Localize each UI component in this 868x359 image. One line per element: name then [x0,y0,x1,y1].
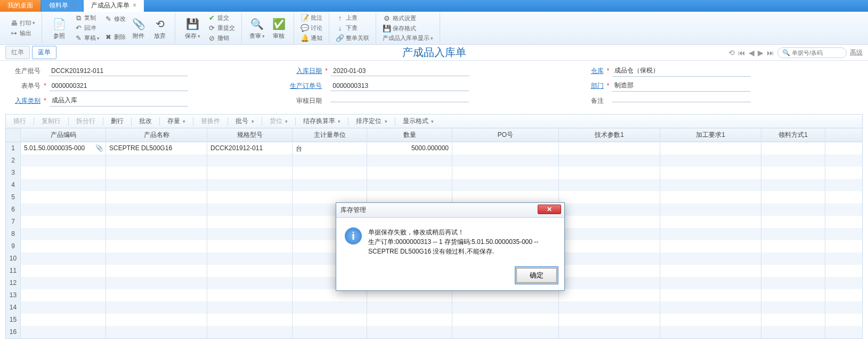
tab-material[interactable]: 领料单× [42,0,83,12]
cell-mat[interactable] [761,179,825,191]
batch-edit-button[interactable]: 批改 [135,115,156,127]
cell-tech[interactable] [559,216,660,228]
bill-relation-button[interactable]: 🔗整单关联 [334,34,371,43]
cell-spec[interactable] [207,167,293,179]
delete-row-button[interactable]: 删行 [107,115,128,127]
refresh-icon[interactable]: ⟲ [728,48,735,57]
copy-button[interactable]: ⧉复制 [72,13,102,23]
prev-icon[interactable]: ◀ [749,48,755,57]
cell-tech[interactable] [559,326,660,338]
next-icon[interactable]: ▶ [758,48,764,57]
cell-code[interactable] [21,289,106,301]
cell-name[interactable] [106,252,207,265]
col-code[interactable]: 产品编码 [21,128,106,142]
display-mode-button[interactable]: 产成品入库单显示▾ [380,34,435,43]
cell-name[interactable] [106,301,207,314]
label-prod-order[interactable]: 生产订单号 [289,81,322,91]
cell-po[interactable] [452,289,559,301]
format-button[interactable]: ⚙格式设置 [380,13,435,23]
edit-button[interactable]: ✎修改 [102,14,128,24]
cell-code[interactable] [21,191,106,203]
blue-bill-button[interactable]: 蓝单 [32,46,56,59]
cell-spec[interactable] [207,252,293,265]
cell-tech[interactable] [559,252,660,265]
cell-qty[interactable]: 5000.000000 [367,142,452,154]
cell-spec[interactable] [207,326,293,338]
cell-mat[interactable] [761,167,825,179]
cell-spec[interactable] [207,301,293,314]
cell-proc[interactable] [660,277,761,289]
advanced-search-link[interactable]: 高级 [850,48,863,57]
cell-code[interactable] [21,277,106,289]
cell-po[interactable] [452,179,559,191]
col-mat[interactable]: 领料方式1 [761,128,825,142]
cell-mat[interactable] [761,326,825,338]
cell-name[interactable] [106,167,207,179]
col-name[interactable]: 产品名称 [106,128,207,142]
cell-proc[interactable] [660,301,761,314]
trace-up-button[interactable]: ↑上查 [334,13,371,23]
cell-qty[interactable] [367,179,452,191]
cell-name[interactable] [106,240,207,252]
cell-name[interactable] [106,289,207,301]
col-spec[interactable]: 规格型号 [207,128,293,142]
table-row[interactable]: 15 [6,314,862,326]
field-dept[interactable]: 制造部 [612,80,751,92]
paperclip-icon[interactable]: 📎 [95,144,103,152]
col-unit[interactable]: 主计量单位 [293,128,367,142]
resubmit-button[interactable]: ⟳重提交 [205,23,237,33]
cell-proc[interactable] [660,252,761,265]
cell-unit[interactable] [293,191,367,203]
discuss-button[interactable]: 💬讨论 [298,23,325,33]
table-row[interactable]: 2 [6,154,862,167]
search-box[interactable]: 🔍 [777,47,847,58]
reference-button[interactable]: 📄参照 [46,15,72,41]
cell-unit[interactable] [293,167,367,179]
cell-code[interactable] [21,216,106,228]
dialog-ok-button[interactable]: 确定 [516,268,557,283]
cell-unit[interactable] [293,179,367,191]
table-row[interactable]: 13 [6,289,862,301]
table-row[interactable]: 5 [6,191,862,203]
cell-code[interactable] [21,154,106,167]
sort-button[interactable]: 排序定位 ▾ [352,115,391,127]
cell-code[interactable]: 5.01.50.0000035-000📎 [21,142,106,154]
cell-proc[interactable] [660,326,761,338]
cell-po[interactable] [452,326,559,338]
cell-mat[interactable] [761,191,825,203]
cell-spec[interactable]: DCCK201912-011 [207,142,293,154]
field-prod-batch[interactable]: DCCK201912-011 [49,66,188,76]
reverse-button[interactable]: ↶回冲 [72,23,102,33]
delete-button[interactable]: ✖删除 [102,32,128,42]
first-icon[interactable]: ⏮ [738,48,745,57]
cell-code[interactable] [21,252,106,265]
cell-spec[interactable] [207,203,293,216]
copy-row-button[interactable]: 复制行 [37,115,65,127]
table-row[interactable]: 15.01.50.0000035-000📎SCEPTRE DL500G16DCC… [6,142,862,154]
review-button[interactable]: 🔍查审▾ [246,15,268,41]
cell-proc[interactable] [660,154,761,167]
cell-mat[interactable] [761,240,825,252]
label-warehouse[interactable]: 仓库 [571,67,604,76]
cell-code[interactable] [21,240,106,252]
cell-spec[interactable] [207,240,293,252]
cell-po[interactable] [452,142,559,154]
cell-unit[interactable] [293,314,367,326]
field-remark[interactable] [612,100,751,102]
last-icon[interactable]: ⏭ [767,48,774,57]
field-prod-order[interactable]: 0000000313 [330,81,469,91]
cell-proc[interactable] [660,216,761,228]
cell-name[interactable]: SCEPTRE DL500G16 [106,142,207,154]
close-icon[interactable]: × [71,2,75,9]
cell-name[interactable] [106,314,207,326]
cell-mat[interactable] [761,314,825,326]
table-row[interactable]: 14 [6,301,862,314]
print-button[interactable]: 🖶打印▾ [7,18,37,28]
cell-mat[interactable] [761,289,825,301]
cell-proc[interactable] [660,142,761,154]
notify-button[interactable]: 🔔通知 [298,34,325,43]
cell-name[interactable] [106,203,207,216]
conversion-button[interactable]: 结存换算率 ▾ [299,115,345,127]
cell-code[interactable] [21,179,106,191]
col-proc[interactable]: 加工要求1 [660,128,761,142]
